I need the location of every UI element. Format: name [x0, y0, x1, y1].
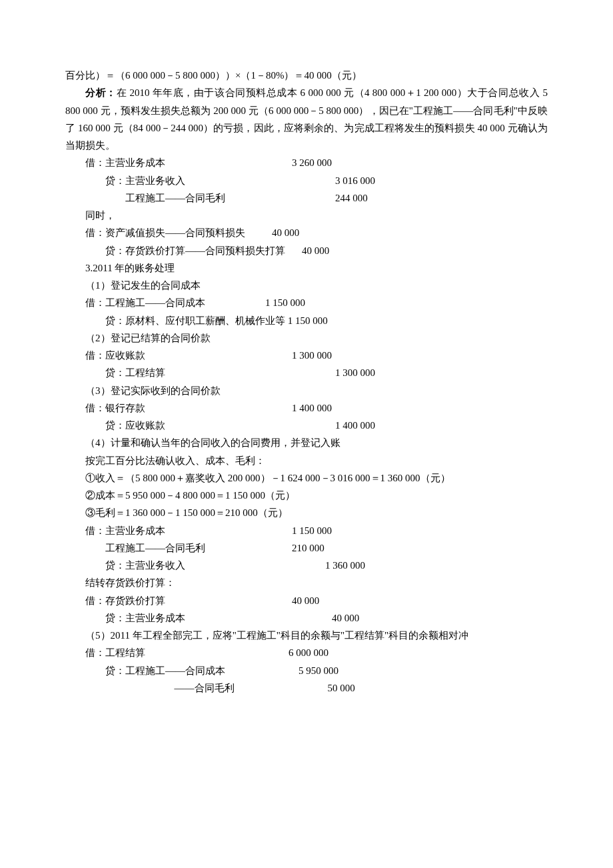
journal-entry: 贷：工程施工——合同成本 5 950 000: [65, 662, 548, 679]
entry-label: 借：存货跌价打算: [85, 592, 292, 609]
journal-entry: 贷：应收账款 1 400 000: [65, 417, 548, 434]
text-line: 结转存货跌价打算：: [65, 574, 548, 591]
entry-amount: 6 000 000: [289, 644, 328, 661]
entry-amount: 1 400 000: [335, 417, 375, 434]
journal-entry: 借：存货跌价打算 40 000: [65, 592, 548, 609]
entry-amount: 40 000: [292, 592, 319, 609]
step-heading: （5）2011 年工程全部完工，应将"工程施工"科目的余额与"工程结算"科目的余…: [65, 627, 548, 644]
journal-entry: 借：主营业务成本 3 260 000: [65, 154, 548, 171]
journal-entry: 贷：原材料、应付职工薪酬、机械作业等 1 150 000: [65, 312, 548, 329]
journal-entry: 贷：主营业务成本 40 000: [65, 609, 548, 627]
entry-label: 贷：主营业务成本: [105, 609, 332, 627]
line-formula: 百分比）＝（6 000 000－5 800 000））×（1－80%）＝40 0…: [65, 67, 548, 84]
journal-entry: 借：资产减值损失——合同预料损失 40 000: [65, 224, 548, 241]
journal-entry: 贷：工程结算 1 300 000: [65, 364, 548, 381]
text-line: 按完工百分比法确认收入、成本、毛利：: [65, 452, 548, 469]
entry-label: ——合同毛利: [175, 679, 328, 697]
journal-entry: 借：应收账款 1 300 000: [65, 347, 548, 364]
journal-entry: 借：工程结算 6 000 000: [65, 644, 548, 661]
entry-label: 贷：存货跌价打算——合同预料损失打算: [105, 242, 302, 259]
entry-label: 贷：工程施工——合同成本: [105, 662, 299, 679]
entry-label: 工程施工——合同毛利: [105, 539, 292, 557]
entry-label: 借：资产减值损失——合同预料损失: [85, 224, 272, 241]
step-heading: （1）登记发生的合同成本: [65, 277, 548, 294]
entry-label: 贷：应收账款: [105, 417, 335, 434]
journal-entry: ——合同毛利 50 000: [65, 679, 548, 697]
step-heading: （2）登记已结算的合同价款: [65, 329, 548, 347]
calc-line: ①收入＝（5 800 000＋嘉奖收入 200 000）－1 624 000－3…: [65, 469, 548, 487]
entry-amount: 210 000: [292, 539, 324, 557]
journal-entry: 借：工程施工——合同成本 1 150 000: [65, 294, 548, 311]
entry-label: 借：应收账款: [85, 347, 292, 364]
entry-label: 借：工程施工——合同成本: [85, 294, 265, 311]
journal-entry: 工程施工——合同毛利 244 000: [65, 189, 548, 207]
analysis-label: 分析：: [85, 87, 117, 98]
entry-label: 借：工程结算: [85, 644, 289, 661]
entry-label: 贷：主营业务收入: [105, 557, 325, 574]
entry-amount: 40 000: [332, 609, 359, 627]
entry-label: 贷：原材料、应付职工薪酬、机械作业等 1 150 000: [105, 312, 328, 329]
entry-label: 工程施工——合同毛利: [125, 189, 335, 207]
entry-amount: 40 000: [302, 242, 329, 259]
analysis-body: 在 2010 年年底，由于该合同预料总成本 6 000 000 元（4 800 …: [65, 87, 548, 151]
entry-amount: 40 000: [272, 224, 299, 241]
journal-entry: 借：主营业务成本 1 150 000: [65, 522, 548, 539]
journal-entry: 贷：主营业务收入 1 360 000: [65, 557, 548, 574]
entry-amount: 1 150 000: [265, 294, 305, 311]
entry-amount: 1 150 000: [292, 522, 332, 539]
entry-label: 贷：工程结算: [105, 364, 335, 381]
step-heading: （4）计量和确认当年的合同收入的合同费用，并登记入账: [65, 434, 548, 451]
journal-entry: 借：银行存款 1 400 000: [65, 399, 548, 417]
entry-amount: 1 400 000: [292, 399, 332, 417]
entry-amount: 1 300 000: [335, 364, 375, 381]
entry-label: 贷：主营业务收入: [105, 172, 335, 189]
calc-line: ②成本＝5 950 000－4 800 000＝1 150 000（元）: [65, 487, 548, 504]
journal-entry: 贷：主营业务收入 3 016 000: [65, 172, 548, 189]
calc-line: ③毛利＝1 360 000－1 150 000＝210 000（元）: [65, 504, 548, 521]
step-heading: （3）登记实际收到的合同价款: [65, 382, 548, 399]
entry-amount: 1 360 000: [325, 557, 365, 574]
entry-amount: 1 300 000: [292, 347, 332, 364]
entry-amount: 3 016 000: [335, 172, 375, 189]
entry-amount: 3 260 000: [292, 154, 332, 171]
entry-label: 借：银行存款: [85, 399, 292, 417]
entry-amount: 50 000: [328, 679, 355, 697]
journal-entry: 贷：存货跌价打算——合同预料损失打算 40 000: [65, 242, 548, 259]
journal-entry: 工程施工——合同毛利 210 000: [65, 539, 548, 557]
entry-amount: 244 000: [335, 189, 368, 207]
entry-label: 借：主营业务成本: [85, 154, 292, 171]
text-line: 同时，: [65, 207, 548, 224]
entry-label: 借：主营业务成本: [85, 522, 292, 539]
section-heading: 3.2011 年的账务处理: [65, 259, 548, 277]
analysis-paragraph: 分析：在 2010 年年底，由于该合同预料总成本 6 000 000 元（4 8…: [65, 84, 548, 154]
entry-amount: 5 950 000: [299, 662, 338, 679]
